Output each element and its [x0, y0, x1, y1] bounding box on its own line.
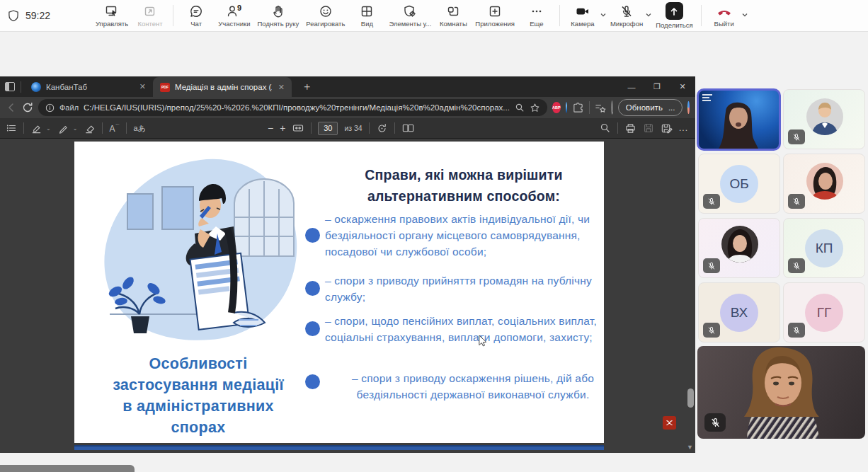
draw-pen-chevron-icon[interactable]: ⌄ [73, 125, 78, 132]
leave-chevron-icon[interactable] [741, 8, 748, 21]
scroll-down-icon[interactable]: ▼ [686, 444, 694, 451]
highlighter-icon[interactable] [30, 121, 42, 135]
toolbar-divider [701, 5, 702, 26]
tab-close-icon[interactable]: ✕ [277, 82, 286, 93]
participant-tile-avatar-woman[interactable] [698, 218, 780, 278]
save-icon [643, 121, 654, 135]
tab-panel-icon[interactable] [5, 82, 15, 91]
grid-view-icon [360, 4, 374, 18]
mic-chevron-icon[interactable] [645, 8, 652, 21]
copilot-icon[interactable] [687, 101, 690, 114]
participant-video-speaker[interactable] [697, 88, 781, 151]
view-button[interactable]: Вид [348, 0, 385, 32]
adblock-extension-icon[interactable]: ABP [552, 102, 561, 113]
blue-extension-icon[interactable] [566, 102, 567, 113]
new-tab-button[interactable]: ＋ [299, 80, 315, 93]
zoom-in-button[interactable]: + [280, 122, 285, 134]
share-icon [666, 2, 683, 20]
mouse-cursor [479, 335, 489, 350]
draw-pen-icon[interactable] [57, 121, 69, 135]
manage-button[interactable]: Управлять [92, 0, 132, 32]
participant-tile-avatar-woman-red[interactable] [783, 154, 865, 214]
tab-title: КанбанТаб [46, 83, 133, 91]
page-total: из 34 [344, 124, 362, 132]
address-bar[interactable]: Файл C:/HELGA/IUS(IURIS)/препод/25%20-%2… [38, 99, 547, 116]
save-as-icon[interactable] [661, 121, 673, 135]
participant-initials: ГГ [805, 294, 843, 332]
print-icon[interactable] [624, 121, 636, 135]
pdfbar-divider [394, 122, 395, 134]
leave-button[interactable]: Выйти [706, 0, 743, 32]
favorites-hub-icon[interactable] [594, 100, 606, 115]
meeting-items-button[interactable]: Элементы у... [385, 0, 435, 32]
collapsed-taskbar[interactable] [0, 465, 135, 472]
tab-mediation-pdf[interactable]: PDF Медіація в адмін спорах (Литви ✕ [153, 77, 292, 97]
info-icon[interactable] [45, 100, 55, 115]
shield-icon [7, 8, 20, 23]
tab-kanban[interactable]: КанбанТаб ✕ [24, 77, 153, 97]
pdf-toolbar: ⌄ ⌄ A⌒ aあ − + [0, 118, 695, 139]
chat-button[interactable]: Чат [178, 0, 215, 32]
toc-icon[interactable] [6, 121, 17, 135]
translate-icon[interactable]: aあ [133, 123, 145, 134]
meeting-timer-group: 59:22 [7, 8, 92, 23]
restore-button[interactable]: ❐ [644, 77, 670, 97]
hangup-icon [716, 4, 733, 18]
react-button[interactable]: Реагировать [302, 0, 348, 32]
favorite-star-icon[interactable] [530, 100, 540, 115]
bullet-item: – спори з приводу оскарження рішень, дій… [335, 371, 611, 403]
eraser-icon[interactable] [84, 121, 96, 135]
refresh-icon[interactable] [22, 100, 33, 115]
participants-button[interactable]: 9 Участники [215, 0, 253, 32]
update-browser-button[interactable]: Обновить ... [618, 99, 683, 116]
pdf-more-icon[interactable]: ... [679, 123, 688, 133]
bullet-dot [305, 374, 320, 389]
camera-chevron-icon[interactable] [600, 8, 607, 21]
content-label: Контент [138, 20, 163, 28]
tab-close-icon[interactable]: ✕ [138, 81, 147, 92]
minimize-button[interactable]: — [619, 77, 644, 97]
participant-tile-kp[interactable]: КП [783, 218, 865, 278]
pdfbar-divider [369, 122, 370, 134]
zoom-out-button[interactable]: − [268, 122, 273, 134]
camera-icon [575, 4, 590, 18]
highlighter-chevron-icon[interactable]: ⌄ [46, 125, 51, 132]
apps-label: Приложения [475, 20, 515, 28]
participant-tile-gg[interactable]: ГГ [783, 282, 865, 343]
raise-hand-button[interactable]: Поднять руку [254, 0, 303, 32]
pdf-scrollbar[interactable]: ▼ [685, 139, 695, 452]
rotate-icon[interactable] [376, 121, 388, 135]
pdf-search-icon[interactable] [600, 121, 611, 135]
share-button[interactable]: Поделиться [652, 0, 696, 32]
search-icon[interactable] [515, 100, 525, 115]
read-aloud-icon[interactable]: A⌒ [109, 123, 120, 134]
participant-tile-vh[interactable]: ВХ [698, 282, 780, 343]
muted-mic-badge [703, 258, 720, 273]
pdfbar-divider [126, 122, 127, 134]
acrobat-button[interactable] [663, 416, 676, 430]
participant-initials: КП [805, 229, 843, 267]
remote-control-icon [105, 4, 119, 18]
scrollbar-thumb[interactable] [687, 388, 694, 408]
rooms-button[interactable]: Комнаты [435, 0, 472, 32]
apps-button[interactable]: Приложения [472, 0, 518, 32]
muted-mic-badge [788, 194, 805, 209]
page-number-input[interactable]: 30 [318, 122, 338, 135]
meeting-items-label: Элементы у... [389, 20, 431, 28]
participant-large-video[interactable] [697, 346, 865, 439]
participant-tile-ob[interactable]: ОБ [698, 154, 780, 214]
page-view-icon[interactable] [401, 121, 415, 135]
pdfbar-divider [617, 122, 618, 134]
extensions-icon[interactable] [572, 100, 584, 115]
participant-tile-avatar-man[interactable] [783, 89, 865, 149]
close-button[interactable]: ✕ [670, 77, 695, 97]
meeting-timer: 59:22 [25, 10, 50, 21]
slide-left-title: Особливості застосування медіації в адмі… [80, 353, 316, 438]
more-button[interactable]: Еще [518, 0, 555, 32]
bullet-item: – оскарження правових актів індивідуальн… [325, 212, 608, 260]
profile-avatar[interactable] [611, 100, 613, 115]
slide-page: Особливості застосування медіації в адмі… [74, 142, 604, 443]
mic-button[interactable]: Микрофон [607, 0, 646, 32]
fit-width-icon[interactable] [292, 121, 304, 135]
camera-button[interactable]: Камера [564, 0, 601, 32]
